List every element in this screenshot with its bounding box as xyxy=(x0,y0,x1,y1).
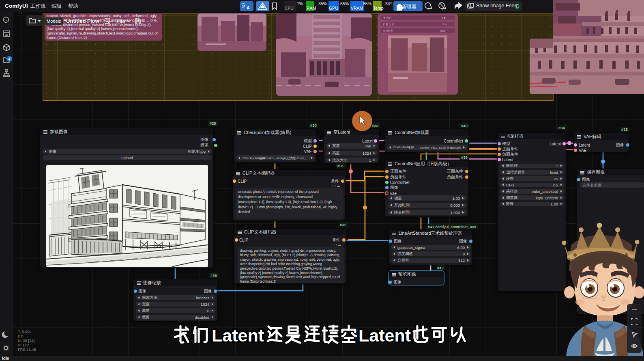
svg-text:4: 4 xyxy=(8,57,11,61)
svg-text:65%: 65% xyxy=(340,1,349,6)
svg-text:Latent: Latent xyxy=(358,326,411,345)
svg-text:A: A xyxy=(247,5,250,10)
svg-text:Temp: Temp xyxy=(373,6,384,11)
svg-text:RAM: RAM xyxy=(307,6,316,11)
svg-text:35%: 35% xyxy=(318,1,327,6)
svg-text:85%: 85% xyxy=(363,1,371,6)
svg-text:GPU: GPU xyxy=(329,6,338,11)
svg-text:34°: 34° xyxy=(385,1,392,6)
svg-text:管理器: 管理器 xyxy=(402,4,416,9)
svg-text:1%: 1% xyxy=(297,1,303,6)
svg-text:Latent: Latent xyxy=(212,326,264,345)
svg-text:File: File xyxy=(116,19,125,24)
svg-text:VRAM: VRAM xyxy=(351,6,363,11)
